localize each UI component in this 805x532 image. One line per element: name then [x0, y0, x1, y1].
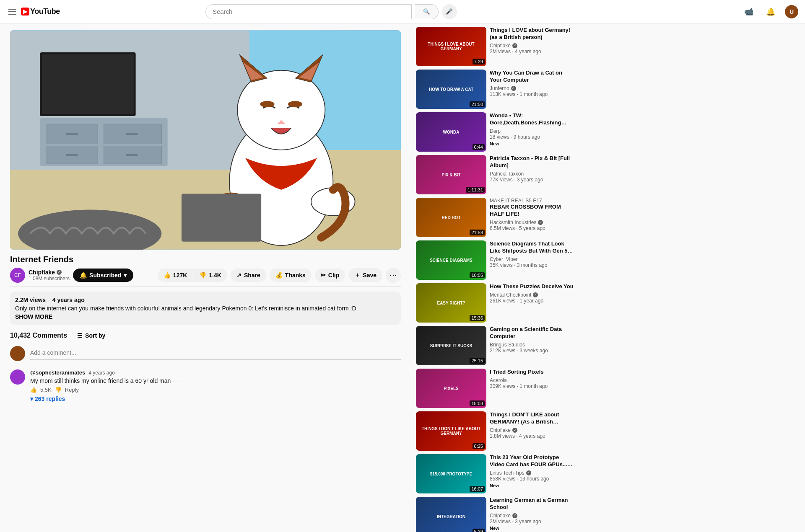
sidebar-video-item[interactable]: SURPRISE IT SUCKS 25:15 Gaming on a Scie… [416, 326, 574, 365]
sidebar-video-item[interactable]: HOW TO DRAW A CAT 21:50 Why You Can Draw… [416, 70, 574, 109]
sidebar-meta: 35K views · 3 months ago [490, 262, 574, 268]
header-right: 📹 🔔 U [741, 4, 798, 19]
subscribe-button[interactable]: 🔔 Subscribed ▾ [73, 269, 133, 282]
verified-icon: ✓ [533, 292, 538, 297]
search-input[interactable] [205, 4, 412, 19]
share-button[interactable]: ↗ Share [231, 269, 266, 282]
sidebar-channel: Chipflake ✓ [490, 43, 574, 49]
sidebar-channel-name: Chipflake [490, 427, 511, 433]
sidebar-video-info: Things I LOVE about Germany! (as a Briti… [490, 27, 574, 66]
more-options-button[interactable]: ⋯ [386, 268, 401, 283]
bell-icon: 🔔 [766, 7, 775, 16]
video-title: Internet Friends [10, 255, 401, 264]
sidebar-meta: 1.8M views · 4 years ago [490, 433, 574, 439]
save-button[interactable]: ＋ Save [348, 268, 382, 282]
sidebar-video-item[interactable]: THINGS I DON'T LIKE ABOUT GERMANY 8:25 T… [416, 411, 574, 451]
sidebar-video-item[interactable]: PIXELS 18:03 I Tried Sorting Pixels Acer… [416, 369, 574, 408]
sidebar-thumbnail: $15,000 PROTOTYPE 16:07 [416, 454, 486, 493]
description-box[interactable]: 2.2M views 4 years ago Only on the inter… [10, 292, 401, 325]
verified-icon: ✓ [526, 470, 531, 475]
svg-rect-11 [66, 154, 78, 156]
comments-header: 10,432 Comments ☰ Sort by [10, 332, 401, 339]
sidebar-channel-name: Junferno [490, 85, 509, 91]
thumbnail-text: INTEGRATION [416, 497, 486, 532]
svg-rect-13 [126, 154, 138, 156]
sidebar-channel-name: Chipflake [490, 43, 511, 49]
search-icon: 🔍 [423, 8, 430, 15]
comment-input[interactable] [30, 346, 401, 360]
header: ▶ YouTube 🔍 🎤 📹 🔔 U [0, 0, 805, 23]
logo-area: ▶ YouTube [7, 7, 60, 16]
channel-avatar[interactable]: CF [10, 268, 25, 283]
sidebar-channel-name: Acerola [490, 377, 507, 383]
sidebar-video-info: Patricia Taxxon - Pix & Bit [Full Album]… [490, 155, 574, 194]
sidebar-video-item[interactable]: INTEGRATION 5:29 Learning German at a Ge… [416, 497, 574, 532]
sort-button[interactable]: ☰ Sort by [77, 332, 105, 339]
comment-dislike-button[interactable]: 👎 [55, 387, 62, 393]
description-views: 2.2M views 4 years ago [15, 297, 396, 303]
sidebar-video-item[interactable]: THINGS I LOVE ABOUT GERMANY 7:29 Things … [416, 27, 574, 66]
svg-rect-25 [182, 194, 261, 242]
mic-icon: 🎤 [446, 8, 453, 15]
svg-point-15 [237, 70, 325, 150]
like-dislike-group: 👍 127K 👎 1.4K [158, 269, 227, 282]
more-options-icon: ⋯ [390, 271, 397, 280]
sidebar-video-info: Why You Can Draw a Cat on Your Computer … [490, 70, 574, 109]
user-avatar[interactable]: U [785, 5, 798, 18]
clip-button[interactable]: ✂ Clip [315, 269, 345, 282]
main-content: Internet Friends CF Chipflake ✓ 1.08M su… [0, 23, 411, 532]
like-button[interactable]: 👍 127K [158, 269, 193, 282]
channel-avatar-inner: CF [10, 268, 25, 283]
svg-rect-12 [126, 133, 138, 135]
description-text: Only on the internet can you make friend… [15, 305, 396, 312]
main-layout: Internet Friends CF Chipflake ✓ 1.08M su… [0, 23, 805, 532]
comment-text: My mom still thinks my online friend is … [30, 377, 401, 384]
show-more-button[interactable]: SHOW MORE [15, 313, 52, 320]
mic-button[interactable]: 🎤 [442, 4, 457, 19]
sidebar-meta: 309K views · 1 month ago [490, 383, 574, 389]
verified-icon: ✓ [512, 513, 517, 518]
sidebar-thumbnail: SURPRISE IT SUCKS 25:15 [416, 326, 486, 365]
video-player[interactable] [10, 30, 401, 250]
sidebar-thumbnail: SCIENCE DIAGRAMS 10:05 [416, 240, 486, 280]
comment-reply-button[interactable]: Reply [65, 387, 79, 393]
sidebar-video-title: Things I LOVE about Germany! (as a Briti… [490, 27, 574, 41]
action-buttons: 👍 127K 👎 1.4K ↗ Share 💰 Thanks [158, 268, 401, 283]
sidebar-meta: 2M views · 3 years ago [490, 519, 574, 524]
sidebar-video-item[interactable]: RED HOT 21:58 MAKE IT REAL S5 E17 REBAR … [416, 198, 574, 237]
sidebar-video-item[interactable]: SCIENCE DIAGRAMS 10:05 Science Diagrams … [416, 240, 574, 280]
svg-rect-4 [42, 54, 134, 114]
comment-like-button[interactable]: 👍 [30, 387, 37, 393]
sidebar-video-item[interactable]: $15,000 PROTOTYPE 16:07 This 23 Year Old… [416, 454, 574, 493]
video-duration: 15:36 [470, 315, 485, 321]
comment-like-count: 5.5K [40, 387, 52, 393]
sidebar-video-title: Wonda • TW: Gore,Death,Bones,Flashing an… [490, 112, 574, 127]
search-button[interactable]: 🔍 [415, 4, 439, 19]
sidebar-channel: Junferno ✓ [490, 85, 574, 91]
thanks-button[interactable]: 💰 Thanks [270, 269, 312, 282]
verified-icon: ✓ [57, 270, 62, 275]
channel-name-col: Chipflake ✓ 1.08M subscribers [29, 269, 70, 281]
video-meta-row: CF Chipflake ✓ 1.08M subscribers 🔔 Subsc… [10, 268, 401, 287]
create-button[interactable]: 📹 [741, 4, 756, 19]
verified-icon: ✓ [512, 43, 517, 48]
dislike-button[interactable]: 👎 1.4K [193, 269, 227, 282]
sidebar-video-info: This 23 Year Old Prototype Video Card ha… [490, 454, 574, 493]
notifications-button[interactable]: 🔔 [763, 4, 778, 19]
sidebar-video-item[interactable]: PIX & BIT 1:11:31 Patricia Taxxon - Pix … [416, 155, 574, 194]
video-duration: 18:03 [470, 400, 485, 406]
sidebar-video-item[interactable]: WONDA 0:44 Wonda • TW: Gore,Death,Bones,… [416, 112, 574, 152]
subscribe-bell-icon: 🔔 [80, 272, 87, 279]
menu-button[interactable] [7, 7, 18, 16]
replies-toggle-button[interactable]: ▾ 263 replies [30, 395, 65, 402]
youtube-logo[interactable]: ▶ YouTube [21, 7, 60, 16]
comments-section: 10,432 Comments ☰ Sort by @sophesteranim… [10, 332, 401, 402]
sidebar-video-info: I Tried Sorting Pixels Acerola 309K view… [490, 369, 574, 408]
sidebar-channel-name: Mental Checkpoint [490, 292, 531, 298]
comments-list: @sophesteranimates 4 years ago My mom st… [10, 369, 401, 402]
sidebar-video-info: Things I DON'T LIKE about GERMANY! (As a… [490, 411, 574, 451]
sidebar-video-item[interactable]: EASY RIGHT? 15:36 How These Puzzles Dece… [416, 283, 574, 323]
sidebar-channel-name: Bringus Studios [490, 342, 525, 348]
sidebar-channel: Bringus Studios [490, 342, 574, 348]
comment-avatar [10, 369, 25, 385]
